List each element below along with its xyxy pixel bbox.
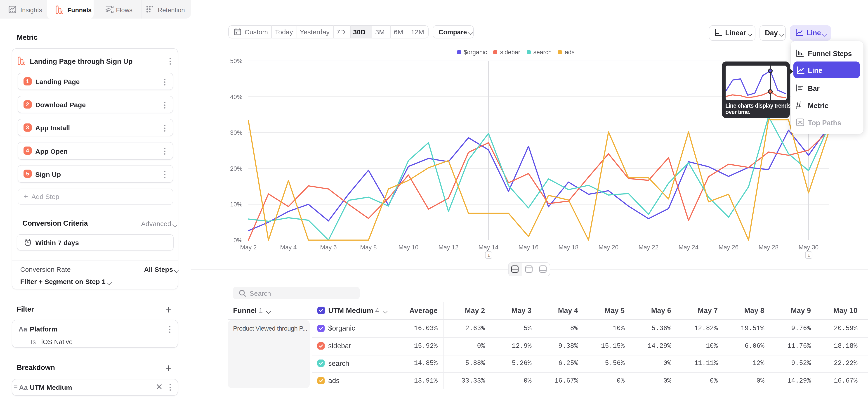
svg-text:May 28: May 28: [758, 244, 779, 251]
svg-text:May 30: May 30: [799, 244, 819, 251]
svg-text:May 26: May 26: [719, 244, 739, 251]
svg-text:May 20: May 20: [598, 244, 619, 251]
svg-text:30%: 30%: [230, 129, 242, 136]
svg-text:0%: 0%: [234, 237, 242, 244]
svg-text:May 6: May 6: [320, 244, 337, 251]
svg-text:20%: 20%: [230, 165, 242, 172]
svg-text:May 24: May 24: [679, 244, 699, 251]
svg-text:May 10: May 10: [399, 244, 418, 251]
svg-text:May 18: May 18: [559, 244, 579, 251]
svg-text:May 16: May 16: [519, 244, 539, 251]
svg-text:May 14: May 14: [478, 244, 499, 251]
svg-text:50%: 50%: [230, 58, 242, 64]
svg-text:May 8: May 8: [360, 244, 377, 251]
svg-text:May 2: May 2: [240, 244, 257, 251]
svg-text:May 22: May 22: [639, 244, 659, 251]
svg-text:May 4: May 4: [280, 244, 297, 251]
svg-text:10%: 10%: [230, 201, 242, 208]
svg-text:40%: 40%: [230, 94, 242, 100]
svg-text:May 12: May 12: [438, 244, 459, 251]
